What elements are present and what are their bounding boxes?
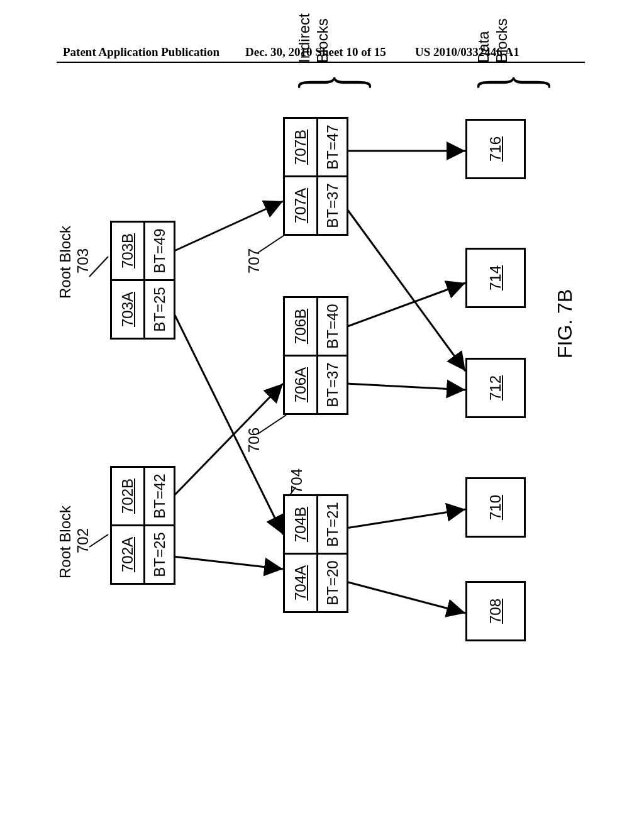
- label-704: 704: [288, 468, 306, 494]
- svg-line-0: [173, 556, 283, 569]
- cell-707A: 707A: [283, 175, 318, 236]
- svg-line-3: [173, 201, 283, 252]
- svg-line-7: [346, 283, 465, 327]
- cell-706A: 706A: [283, 355, 318, 415]
- data-block-716: 716: [465, 119, 526, 179]
- svg-line-1: [173, 384, 283, 497]
- root-702-label: Root Block: [57, 506, 74, 578]
- root-703-num: 703: [74, 248, 92, 274]
- cell-702B: 702B: [110, 466, 145, 526]
- figure-wrap: Root Block 702 Root Block 703 702A 702B …: [50, 101, 591, 767]
- data-block-710: 710: [465, 477, 526, 538]
- label-706: 706: [245, 428, 263, 453]
- cell-707B-bt: BT=47: [316, 117, 348, 177]
- data-block-708: 708: [465, 581, 526, 641]
- cell-704A-bt: BT=20: [316, 553, 348, 613]
- cell-702A-bt: BT=25: [143, 524, 175, 585]
- cell-703B-bt: BT=49: [143, 221, 175, 281]
- label-707: 707: [245, 248, 263, 274]
- cell-707B: 707B: [283, 117, 318, 177]
- svg-line-4: [346, 582, 465, 613]
- svg-line-2: [173, 311, 283, 534]
- svg-line-8: [346, 208, 465, 371]
- cell-704B-bt: BT=21: [316, 494, 348, 555]
- cell-702A: 702A: [110, 524, 145, 585]
- brace-data: }: [478, 74, 540, 91]
- cell-704A: 704A: [283, 553, 318, 613]
- cell-702B-bt: BT=42: [143, 466, 175, 526]
- cell-706B: 706B: [283, 296, 318, 357]
- label-data-blocks: DataBlocks: [475, 18, 511, 63]
- cell-704B: 704B: [283, 494, 318, 555]
- root-702-num: 702: [74, 528, 92, 553]
- cell-703A: 703A: [110, 279, 145, 340]
- figure-caption: FIG. 7B: [553, 289, 577, 358]
- svg-line-6: [346, 384, 465, 390]
- data-block-712: 712: [465, 358, 526, 418]
- svg-line-11: [89, 257, 108, 277]
- svg-line-5: [346, 509, 465, 528]
- brace-indirect: }: [299, 74, 360, 91]
- label-indirect-blocks: IndirectBlocks: [296, 13, 332, 63]
- cell-707A-bt: BT=37: [316, 175, 348, 236]
- data-block-714: 714: [465, 248, 526, 308]
- svg-line-10: [89, 534, 108, 547]
- cell-703B: 703B: [110, 221, 145, 281]
- cell-703A-bt: BT=25: [143, 279, 175, 340]
- cell-706A-bt: BT=37: [316, 355, 348, 415]
- cell-706B-bt: BT=40: [316, 296, 348, 357]
- root-703-label: Root Block: [57, 226, 74, 299]
- figure-7b: Root Block 702 Root Block 703 702A 702B …: [50, 0, 591, 641]
